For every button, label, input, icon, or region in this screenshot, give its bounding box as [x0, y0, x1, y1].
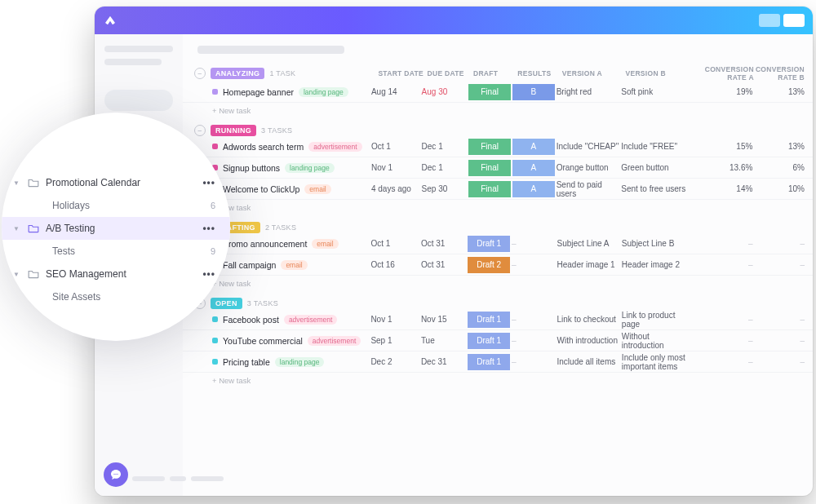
cell-version-a[interactable]: Include all items	[557, 357, 622, 366]
cell-start-date[interactable]: 4 days ago	[371, 184, 422, 193]
draft-chip[interactable]: Final	[468, 181, 511, 197]
cell-version-a[interactable]: Header image 1	[557, 260, 622, 269]
task-row[interactable]: Promo announcementemailOct 1Oct 31Draft …	[183, 233, 813, 254]
sidebar-folder[interactable]: ▼SEO Management•••	[2, 263, 230, 285]
draft-chip[interactable]: Final	[468, 139, 511, 155]
cell-version-b[interactable]: Subject Line B	[622, 239, 686, 248]
task-row[interactable]: Homepage bannerlanding pageAug 14Aug 30F…	[183, 82, 813, 103]
cell-version-b[interactable]: Sent to free users	[621, 184, 686, 193]
column-header-due[interactable]: due date	[428, 69, 473, 77]
task-row[interactable]: Fall campaignemailOct 16Oct 31Draft 2–He…	[183, 254, 813, 276]
cell-due-date[interactable]: Tue	[421, 336, 468, 345]
sidebar-list[interactable]: Tests9	[2, 240, 230, 263]
draft-chip[interactable]: Final	[468, 160, 511, 176]
result-chip[interactable]: A	[512, 160, 555, 176]
result-chip[interactable]: A	[512, 139, 555, 155]
status-pill[interactable]: OPEN	[211, 298, 242, 309]
result-chip[interactable]: A	[512, 181, 555, 197]
add-task-button[interactable]: + New task	[183, 276, 813, 290]
chevron-down-icon[interactable]: ▼	[13, 225, 20, 232]
task-tag[interactable]: email	[281, 260, 307, 270]
cell-start-date[interactable]: Aug 14	[371, 87, 422, 96]
column-header-start[interactable]: start date	[378, 69, 427, 77]
cell-due-date[interactable]: Oct 31	[421, 260, 468, 269]
task-tag[interactable]: landing page	[275, 357, 325, 367]
draft-chip[interactable]: Draft 1	[468, 312, 510, 328]
column-header-results[interactable]: results	[517, 69, 561, 77]
column-header-cra[interactable]: conversion rate a	[689, 65, 754, 82]
cell-due-date[interactable]: Dec 31	[421, 357, 468, 366]
cell-version-a[interactable]: Orange button	[557, 163, 622, 172]
cell-version-a[interactable]: Bright red	[557, 87, 622, 96]
cell-version-b[interactable]: Soft pink	[621, 87, 686, 96]
draft-chip[interactable]: Draft 1	[468, 236, 510, 252]
cell-version-b[interactable]: Include "FREE"	[621, 142, 686, 151]
add-task-button[interactable]: + New task	[183, 103, 813, 117]
cell-version-b[interactable]: Without introduction	[622, 332, 686, 350]
window-button[interactable]	[783, 14, 805, 27]
cell-version-b[interactable]: Header image 2	[622, 260, 686, 269]
cell-version-a[interactable]: Subject Line A	[557, 239, 622, 248]
task-tag[interactable]: advertisement	[284, 315, 337, 325]
more-icon[interactable]: •••	[202, 223, 215, 234]
cell-start-date[interactable]: Nov 1	[371, 163, 422, 172]
task-tag[interactable]: email	[312, 239, 338, 249]
task-tag[interactable]: advertisement	[308, 142, 361, 152]
status-pill[interactable]: ANALYZING	[211, 68, 264, 79]
cell-version-a[interactable]: Link to checkout	[557, 315, 622, 324]
task-row[interactable]: Adwords search termadvertisementOct 1Dec…	[183, 136, 813, 157]
chevron-down-icon[interactable]: ▼	[13, 271, 20, 278]
cell-start-date[interactable]: Sep 1	[370, 336, 420, 345]
collapse-icon[interactable]: –	[194, 125, 206, 136]
column-header-va[interactable]: version a	[562, 69, 626, 77]
task-row[interactable]: Facebook postadvertisementNov 1Nov 15Dra…	[183, 309, 813, 330]
task-tag[interactable]: landing page	[299, 87, 348, 97]
chat-fab[interactable]	[104, 462, 128, 487]
draft-chip[interactable]: Draft 1	[468, 333, 510, 349]
column-header-draft[interactable]: draft	[473, 69, 517, 77]
draft-chip[interactable]: Draft 2	[468, 257, 510, 273]
task-tag[interactable]: landing page	[285, 163, 335, 173]
cell-start-date[interactable]: Oct 1	[371, 142, 422, 151]
column-header-crb[interactable]: conversion rate b	[754, 65, 813, 82]
search-placeholder[interactable]	[104, 90, 173, 111]
cell-due-date[interactable]: Dec 1	[422, 163, 469, 172]
add-task-button[interactable]: + New task	[183, 373, 813, 387]
draft-chip[interactable]: Draft 1	[468, 354, 510, 370]
cell-version-a[interactable]: With introduction	[557, 336, 622, 345]
task-tag[interactable]: advertisement	[308, 336, 361, 346]
cell-start-date[interactable]: Oct 1	[370, 239, 420, 248]
sidebar-list[interactable]: Site Assets6	[2, 285, 230, 308]
cell-version-a[interactable]: Include "CHEAP"	[557, 142, 622, 151]
cell-version-a[interactable]: Send to paid users	[557, 180, 622, 198]
sidebar-list[interactable]: Holidays6	[2, 194, 230, 217]
chevron-down-icon[interactable]: ▼	[13, 179, 20, 187]
cell-version-b[interactable]: Green button	[621, 163, 686, 172]
task-row[interactable]: Pricing tablelanding pageDec 2Dec 31Draf…	[183, 351, 813, 373]
cell-start-date[interactable]: Oct 16	[370, 260, 420, 269]
add-task-button[interactable]: + New task	[183, 200, 813, 214]
cell-due-date[interactable]: Aug 30	[422, 87, 469, 96]
column-header-vb[interactable]: version b	[625, 69, 689, 77]
result-chip[interactable]: B	[512, 84, 555, 100]
cell-due-date[interactable]: Oct 31	[421, 239, 468, 248]
cell-start-date[interactable]: Nov 1	[370, 315, 420, 324]
cell-start-date[interactable]: Dec 2	[370, 357, 420, 366]
sidebar-folder[interactable]: ▼A/B Testing•••	[2, 217, 230, 240]
task-row[interactable]: Welcome to ClickUpemail4 days agoSep 30F…	[183, 179, 813, 200]
cell-version-b[interactable]: Include only most important items	[622, 353, 686, 371]
cell-due-date[interactable]: Dec 1	[422, 142, 469, 151]
task-row[interactable]: Signup buttonslanding pageNov 1Dec 1Fina…	[183, 157, 813, 179]
collapse-icon[interactable]: –	[194, 68, 206, 79]
task-tag[interactable]: email	[304, 184, 330, 194]
cell-version-b[interactable]: Link to product page	[622, 311, 686, 329]
more-icon[interactable]: •••	[202, 268, 215, 280]
cell-due-date[interactable]: Sep 30	[422, 184, 469, 193]
cell-due-date[interactable]: Nov 15	[421, 315, 468, 324]
more-icon[interactable]: •••	[202, 177, 215, 188]
window-button[interactable]	[759, 14, 780, 27]
task-row[interactable]: YouTube commercialadvertisementSep 1TueD…	[183, 330, 813, 351]
draft-chip[interactable]: Final	[468, 84, 511, 100]
sidebar-folder[interactable]: ▼Promotional Calendar•••	[2, 171, 230, 194]
status-pill[interactable]: RUNNING	[211, 125, 256, 136]
